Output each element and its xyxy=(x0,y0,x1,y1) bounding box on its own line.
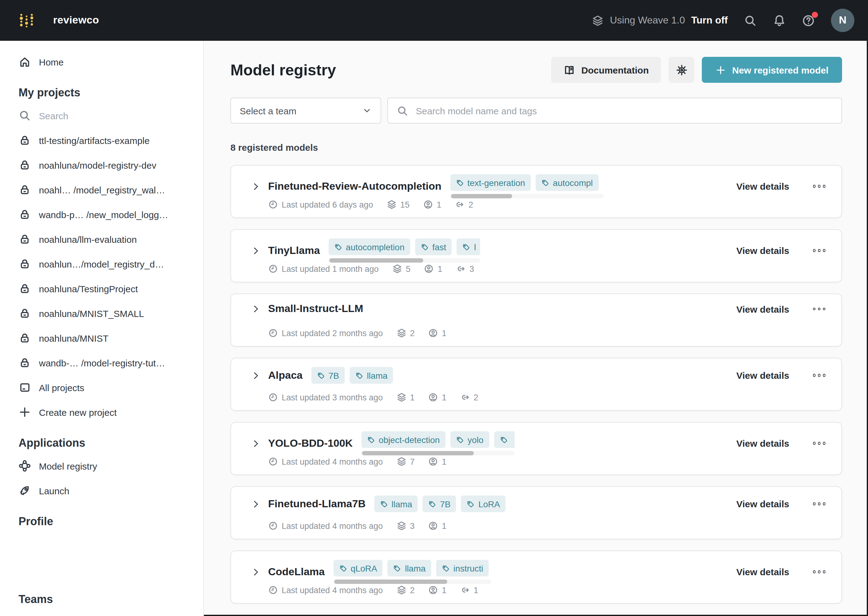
tags-scrollbar[interactable] xyxy=(450,194,603,198)
tags-scrollbar-thumb[interactable] xyxy=(362,451,474,455)
tag-icon xyxy=(499,435,507,444)
settings-button[interactable] xyxy=(669,57,694,83)
documentation-button[interactable]: Documentation xyxy=(551,57,661,83)
view-details-button[interactable]: View details xyxy=(736,438,789,449)
tag[interactable]: LoRA xyxy=(461,495,505,512)
chevron-right-icon[interactable] xyxy=(251,567,261,577)
chevron-right-icon[interactable] xyxy=(251,181,261,191)
tag[interactable]: autocompl xyxy=(536,174,598,191)
tag[interactable]: llama xyxy=(388,560,431,577)
avatar[interactable]: N xyxy=(831,9,854,32)
tags-scrollbar[interactable] xyxy=(361,451,515,455)
model-name[interactable]: Finetuned-Review-Autocompletion xyxy=(268,180,441,192)
rocket-icon xyxy=(19,484,31,497)
notifications-bell-icon[interactable] xyxy=(773,14,786,27)
sidebar-project-item[interactable]: noahluna/MNIST_SMALL xyxy=(0,301,203,325)
users-count: 1 xyxy=(428,328,446,338)
sidebar-project-item[interactable]: noahluna/TestingProject xyxy=(0,276,203,301)
help-button[interactable] xyxy=(802,14,815,27)
more-menu-button[interactable] xyxy=(813,442,826,445)
tag[interactable]: 7B xyxy=(311,367,345,384)
my-projects-heading: My projects xyxy=(0,86,203,99)
tag[interactable]: llama xyxy=(350,367,393,384)
home-icon xyxy=(19,56,31,68)
chevron-right-icon[interactable] xyxy=(251,371,261,380)
tag[interactable]: qLoRA xyxy=(333,560,383,577)
tag[interactable]: 7B xyxy=(422,495,456,512)
tag[interactable]: fast xyxy=(415,239,452,255)
search-icon[interactable] xyxy=(744,14,757,27)
model-name[interactable]: CodeLlama xyxy=(268,566,325,578)
view-details-button[interactable]: View details xyxy=(736,567,789,577)
view-details-button[interactable]: View details xyxy=(736,245,789,256)
view-details-button[interactable]: View details xyxy=(736,499,789,509)
chevron-right-icon[interactable] xyxy=(251,304,261,314)
tag-label: autocompletion xyxy=(346,242,405,252)
tag[interactable]: l xyxy=(457,239,480,255)
tags-scrollbar-thumb[interactable] xyxy=(329,258,423,262)
model-name[interactable]: Alpaca xyxy=(268,369,303,382)
sidebar-project-item[interactable]: wandb-… /model-registry-tut… xyxy=(0,350,203,375)
more-menu-button[interactable] xyxy=(813,570,826,574)
tag[interactable]: autocompletion xyxy=(329,239,410,255)
more-menu-button[interactable] xyxy=(813,249,826,252)
tags-row: qLoRA llama instructi xyxy=(333,560,491,577)
tags-scrollbar-thumb[interactable] xyxy=(450,194,512,198)
view-details-button[interactable]: View details xyxy=(736,304,789,314)
sidebar-item-model-registry[interactable]: Model registry xyxy=(0,454,203,478)
more-menu-button[interactable] xyxy=(813,503,826,505)
more-menu-button[interactable] xyxy=(813,374,826,377)
model-name[interactable]: YOLO-BDD-100K xyxy=(268,437,353,449)
new-registered-model-button[interactable]: New registered model xyxy=(702,57,842,83)
sidebar-project-item[interactable]: wandb-p… /new_model_logg… xyxy=(0,202,203,227)
more-menu-button[interactable] xyxy=(813,308,826,311)
model-registry-icon xyxy=(19,460,31,472)
tag[interactable]: text-generation xyxy=(450,174,531,191)
sidebar-project-item[interactable]: noahlun…/model_registry_d… xyxy=(0,251,203,276)
tag-icon xyxy=(428,500,436,508)
model-card: Finetuned-Llama7B llama 7B LoRA View det… xyxy=(231,486,842,539)
sidebar-item-all-projects[interactable]: All projects xyxy=(0,375,203,400)
sidebar-project-item[interactable]: ttl-testing/artifacts-example xyxy=(0,128,203,152)
chevron-right-icon[interactable] xyxy=(251,438,261,448)
tag-icon xyxy=(367,435,375,444)
model-search-input[interactable]: Search model name and tags xyxy=(387,97,842,124)
project-search-input[interactable]: Search xyxy=(0,103,203,128)
more-menu-button[interactable] xyxy=(813,185,826,188)
main-content: Model registry Documentation New registe… xyxy=(204,41,868,616)
tag-label: 7B xyxy=(329,371,339,380)
weave-turn-off-button[interactable]: Turn off xyxy=(691,15,728,26)
sidebar-project-item[interactable]: noahluna/MNIST xyxy=(0,325,203,350)
tag[interactable]: llama xyxy=(374,495,418,512)
project-name: noahlun…/model_registry_d… xyxy=(39,259,164,269)
team-select-dropdown[interactable]: Select a team xyxy=(231,97,381,124)
tags-scrollbar[interactable] xyxy=(329,258,480,262)
tag[interactable] xyxy=(494,431,515,448)
project-name: noahluna/llm-evaluation xyxy=(39,234,137,244)
sidebar-project-item[interactable]: noahluna/llm-evaluation xyxy=(0,227,203,251)
model-card: TinyLlama autocompletion fast l View det… xyxy=(231,229,842,282)
chevron-right-icon[interactable] xyxy=(251,245,261,256)
tags-container: text-generation autocompl xyxy=(450,174,603,198)
brand-logo-icon[interactable] xyxy=(19,13,35,28)
tags-scrollbar[interactable] xyxy=(333,580,491,584)
clock-icon xyxy=(268,328,278,338)
sidebar-item-launch[interactable]: Launch xyxy=(0,478,203,503)
view-details-button[interactable]: View details xyxy=(736,370,789,380)
sidebar-project-item[interactable]: noahl… /model_registry_wal… xyxy=(0,177,203,202)
chevron-right-icon[interactable] xyxy=(251,499,261,509)
versions-layers-icon xyxy=(396,392,406,402)
tag[interactable]: object-detection xyxy=(361,431,446,448)
tag[interactable]: instructi xyxy=(436,560,489,577)
sidebar-item-label: Home xyxy=(39,57,64,67)
tags-scrollbar-thumb[interactable] xyxy=(334,580,447,584)
sidebar-project-item[interactable]: noahluna/model-registry-dev xyxy=(0,152,203,177)
lock-icon xyxy=(19,208,31,221)
sidebar-item-create-new-project[interactable]: Create new project xyxy=(0,400,203,424)
tag[interactable]: yolo xyxy=(450,431,489,448)
model-name[interactable]: Small-Instruct-LLM xyxy=(268,303,363,315)
model-name[interactable]: TinyLlama xyxy=(268,244,320,257)
model-name[interactable]: Finetuned-Llama7B xyxy=(268,498,366,510)
sidebar-item-home[interactable]: Home xyxy=(0,49,203,74)
view-details-button[interactable]: View details xyxy=(736,181,789,192)
